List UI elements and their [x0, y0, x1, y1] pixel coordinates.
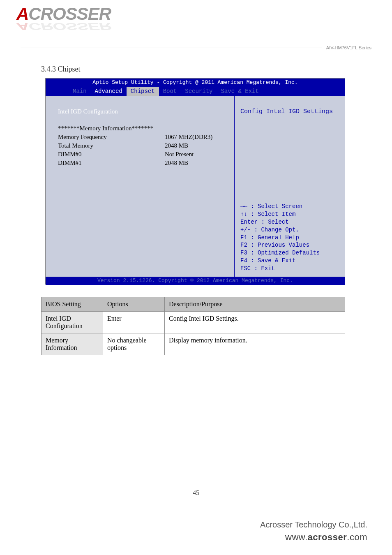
memory-row-value: 2048 MB [165, 160, 188, 166]
memory-row-label: DIMM#0 [58, 151, 165, 158]
key-hint: +/- : Change Opt. [240, 226, 341, 234]
key-hint: F4 : Save & Exit [240, 257, 341, 265]
memory-row: DIMM#1 2048 MB [58, 160, 226, 166]
table-cell: Memory Information [42, 333, 103, 355]
memory-row-label: Memory Frequency [58, 134, 165, 141]
key-hint: F1 : General Help [240, 234, 341, 242]
bios-title-bar: Aptio Setup Utility - Copyright @ 2011 A… [46, 79, 345, 87]
bios-submenu-intel-igd[interactable]: Intel IGD Configuration [58, 108, 226, 115]
document-title-row: AIV-HM76V1FL Series [21, 45, 371, 50]
table-header: BIOS Setting [42, 297, 103, 312]
memory-row-value: 2048 MB [165, 142, 188, 149]
table-cell: Display memory information. [165, 333, 345, 355]
bios-tab-bar: Main Advanced Chipset Boot Security Save… [46, 87, 345, 96]
memory-row-label: DIMM#1 [58, 160, 165, 166]
bios-help-text: Config Intel IGD Settings [235, 96, 345, 199]
memory-info-header: *******Memory Information******* [58, 125, 165, 132]
key-hint: F3 : Optimized Defaults [240, 249, 341, 257]
tab-save-exit[interactable]: Save & Exit [217, 87, 263, 96]
memory-row-label: Total Memory [58, 142, 165, 149]
description-table: BIOS Setting Options Description/Purpose… [41, 297, 345, 355]
divider [21, 48, 322, 48]
tab-boot[interactable]: Boot [159, 87, 181, 96]
tab-chipset[interactable]: Chipset [127, 87, 159, 96]
document-title: AIV-HM76V1FL Series [326, 45, 371, 50]
table-cell: Enter [103, 312, 165, 333]
tab-advanced[interactable]: Advanced [91, 87, 127, 96]
section-heading: 3.4.3 Chipset [41, 65, 81, 74]
memory-row: DIMM#0 Not Present [58, 151, 226, 158]
key-hint: →← : Select Screen [240, 203, 341, 210]
key-hint: Enter : Select [240, 218, 341, 226]
table-cell: Config Intel IGD Settings. [165, 312, 345, 333]
table-header: Description/Purpose [165, 297, 345, 312]
bios-main-panel: Intel IGD Configuration *******Memory In… [46, 96, 235, 277]
memory-row-value: Not Present [165, 151, 194, 158]
key-hint: ↑↓ : Select Item [240, 210, 341, 218]
page-footer: Acrosser Technology Co.,Ltd. www.acrosse… [260, 520, 367, 543]
brand-logo: ACROSSER ACROSSER [16, 4, 127, 29]
key-hint: F2 : Previous Values [240, 241, 341, 249]
table-header-row: BIOS Setting Options Description/Purpose [42, 297, 345, 312]
tab-security[interactable]: Security [181, 87, 217, 96]
memory-row-value: 1067 MHZ(DDR3) [165, 134, 212, 141]
bios-key-help: →← : Select Screen ↑↓ : Select Item Ente… [235, 199, 345, 277]
company-name: Acrosser Technology Co.,Ltd. [260, 520, 367, 530]
table-cell: Intel IGD Configuration [42, 312, 103, 333]
company-url: www.acrosser.com [260, 532, 367, 543]
tab-main[interactable]: Main [69, 87, 91, 96]
page-number: 45 [0, 489, 392, 497]
bios-footer-bar: Version 2.15.1226. Copyright © 2012 Amer… [46, 277, 345, 285]
memory-row: Memory Frequency 1067 MHZ(DDR3) [58, 134, 226, 141]
table-cell: No changeable options [103, 333, 165, 355]
table-row: Memory Information No changeable options… [42, 333, 345, 355]
bios-screenshot: Aptio Setup Utility - Copyright @ 2011 A… [45, 78, 345, 284]
table-row: Intel IGD Configuration Enter Config Int… [42, 312, 345, 333]
memory-row: Total Memory 2048 MB [58, 142, 226, 149]
table-header: Options [103, 297, 165, 312]
key-hint: ESC : Exit [240, 265, 341, 273]
